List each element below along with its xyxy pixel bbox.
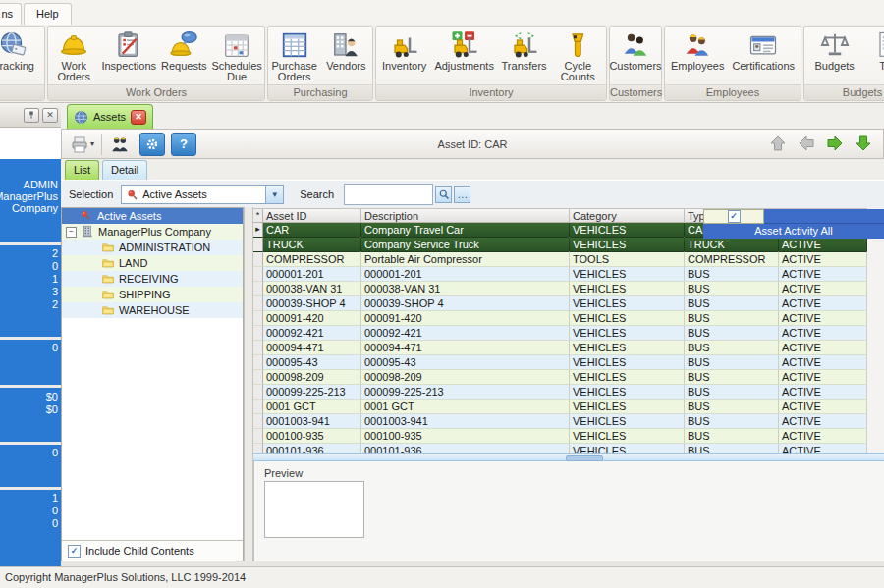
table-cell: 000101-936 [263,444,361,453]
tracking-icon [0,30,28,61]
table-row[interactable]: 000098-209000098-209VEHICLESBUSACTIVE [253,370,867,385]
ribbon-button-customers[interactable]: Customers [610,29,661,73]
popup-label[interactable]: Asset Activity All [703,224,884,239]
ribbon-button-budgets[interactable]: Budgets [809,29,860,73]
table-cell: VEHICLES [570,267,685,282]
dropdown-arrow-icon[interactable]: ▼ [265,186,283,203]
include-child-checkbox[interactable]: ✓ [68,545,81,558]
menu-tab-options[interactable]: ns [0,3,22,25]
tree-item-label: ADMINISTRATION [119,241,210,253]
ribbon-button-inventory[interactable]: Inventory [379,29,430,73]
table-row[interactable]: 000038-VAN 31000038-VAN 31VEHICLESBUSACT… [253,282,867,296]
idcard-icon [748,30,778,61]
tree-item-active-assets[interactable]: Active Assets [62,208,243,224]
folder-icon [101,241,115,254]
tree-item-managerplus-company[interactable]: −ManagerPlus Company [62,224,243,240]
ribbon-button-vendors[interactable]: Vendors [320,29,371,73]
table-row[interactable]: 0001 GCT0001 GCTVEHICLESBUSACTIVE [253,400,867,414]
table-row[interactable]: 000095-43000095-43VEHICLESBUSACTIVE [253,355,867,370]
table-cell: VEHICLES [570,429,685,444]
ribbon-button-label: Requests [161,61,206,72]
ribbon-button-transfers[interactable]: Transfers [499,29,550,73]
arrow-up-icon[interactable] [768,134,788,153]
ribbon-button-inspections[interactable]: Inspections [99,29,158,73]
menubar: ns Help [0,0,884,26]
table-row[interactable]: TRUCKCompany Service TruckVEHICLESTRUCKA… [253,238,867,252]
ribbon-group-budgets: BudgetsTranBudgets [803,26,884,101]
ribbon-button-employees[interactable]: Employees [669,29,726,73]
grid-column-header-asset-id[interactable]: Asset ID [263,209,361,223]
dashboard-count-value: 0 [52,447,58,459]
ribbon-button-tracking[interactable]: Tracking [0,29,39,73]
ribbon-button-purchase-orders[interactable]: PurchaseOrders [269,29,320,83]
table-cell: 000038-VAN 31 [263,282,361,296]
tab-detail[interactable]: Detail [102,160,147,180]
grid-column-header-category[interactable]: Category [570,209,685,223]
search-input[interactable] [344,184,433,205]
ribbon-button-tran[interactable]: Tran [864,29,884,73]
dashboard-count-value: 2 [52,247,58,260]
dashboard-count-value: $0 [46,391,58,403]
forklift-icon [390,30,419,61]
arrow-down-icon[interactable] [854,134,873,153]
ribbon-group-buttons: InventoryAdjustmentsTransfersCycleCounts [376,27,606,84]
table-row[interactable]: 000091-420000091-420VEHICLESBUSACTIVE [253,311,867,326]
ribbon-button-work-orders[interactable]: WorkOrders [48,29,99,83]
tree-item-label: SHIPPING [119,289,171,300]
table-cell: ACTIVE [779,238,867,252]
tree-item-administration[interactable]: ADMINISTRATION [62,240,243,255]
tab-close-icon[interactable]: ✕ [131,110,146,125]
tree-expander-icon[interactable]: − [66,227,77,238]
table-row[interactable]: 0001003-9410001003-941VEHICLESBUSACTIVE [253,414,867,429]
tree-item-shipping[interactable]: SHIPPING [62,287,243,302]
scales-icon [820,30,850,61]
grid-preview-splitter[interactable] [253,453,884,461]
table-row[interactable]: 000001-201000001-201VEHICLESBUSACTIVE [253,267,867,282]
table-cell: 000039-SHOP 4 [361,296,570,311]
search-icon[interactable] [435,186,452,203]
ribbon-button-adjustments[interactable]: Adjustments [432,29,496,73]
ribbon-group-inventory: InventoryAdjustmentsTransfersCycleCounts… [375,26,607,101]
close-icon[interactable]: ✕ [42,108,58,123]
table-row[interactable]: 000094-471000094-471VEHICLESBUSACTIVE [253,341,867,355]
grid-column-header-description[interactable]: Description [361,209,570,223]
asset-activity-popup: ✓ Asset Activity All [703,209,884,239]
table-row[interactable]: COMPRESSORPortable Air CompressorTOOLSCO… [253,252,867,267]
spreadsheet-icon [280,30,309,61]
table-cell: VEHICLES [570,223,685,238]
hardhat-bubble-icon [169,30,198,61]
tree-item-receiving[interactable]: RECEIVING [62,271,243,287]
table-row[interactable]: 000099-225-213000099-225-213VEHICLESBUSA… [253,385,867,400]
document-tab-row: Assets ✕ [61,103,884,129]
ribbon-button-schedules-due[interactable]: SchedulesDue [209,29,263,83]
ribbon-button-certifications[interactable]: Certifications [730,29,797,73]
arrow-left-icon[interactable] [797,134,816,153]
ribbon-group-buttons: EmployeesCertifications [665,27,801,84]
ribbon-button-requests[interactable]: Requests [158,29,209,73]
tab-assets[interactable]: Assets ✕ [67,104,153,129]
tree-item-land[interactable]: LAND [62,255,243,271]
table-row[interactable]: 000100-935000100-935VEHICLESBUSACTIVE [253,429,867,444]
ribbon-button-cycle-counts[interactable]: CycleCounts [552,29,603,83]
table-row[interactable]: 000039-SHOP 4000039-SHOP 4VEHICLESBUSACT… [253,296,867,311]
table-row[interactable]: 000101-936000101-936VEHICLESBUSACTIVE [253,444,867,453]
table-cell: 000098-209 [263,370,361,385]
menu-tab-help[interactable]: Help [24,3,72,25]
table-cell: ACTIVE [779,296,867,311]
table-cell: VEHICLES [570,341,685,355]
preview-label: Preview [264,467,303,479]
tree-item-warehouse[interactable]: WAREHOUSE [62,302,243,318]
popup-filter-cell[interactable]: ✓ [703,209,764,224]
popup-checkbox[interactable]: ✓ [728,210,741,223]
panel-splitter-vertical[interactable] [244,207,253,561]
table-cell: ACTIVE [779,282,867,296]
table-cell: Company Travel Car [361,223,570,238]
table-row[interactable]: 000092-421000092-421VEHICLESBUSACTIVE [253,326,867,341]
more-options-button[interactable]: … [454,186,470,203]
tab-list[interactable]: List [65,160,99,180]
arrow-right-icon[interactable] [825,134,845,153]
ribbon-group-label: Purchasing [268,84,372,100]
tree-item-label: WAREHOUSE [119,304,190,316]
pin-icon[interactable] [24,108,39,123]
selection-dropdown[interactable]: Active Assets ▼ [121,185,284,204]
